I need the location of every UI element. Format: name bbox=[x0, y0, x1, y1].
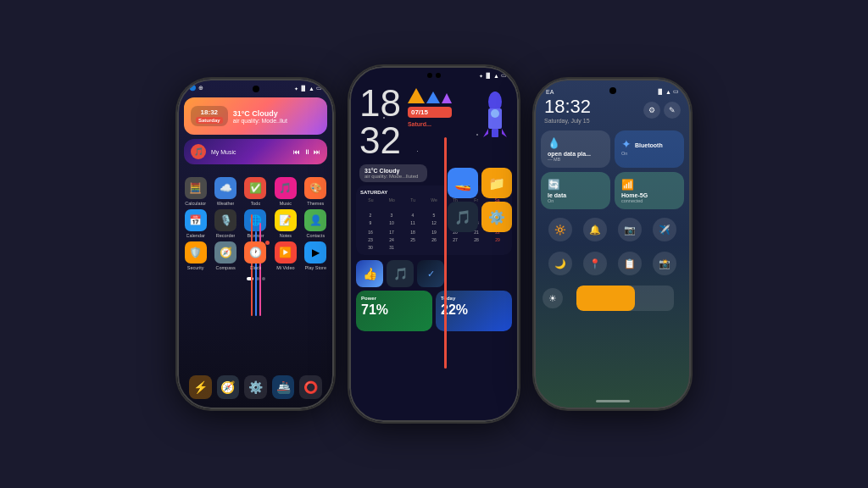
app-todo[interactable]: ✅ Todo bbox=[242, 177, 269, 206]
music-icon: 🎵 bbox=[191, 144, 206, 159]
app-weather[interactable]: ☁️ Weather bbox=[212, 177, 238, 206]
brightness-left-btn[interactable]: ☀ bbox=[542, 288, 563, 308]
app-compass[interactable]: 🧭 Compass bbox=[212, 241, 238, 270]
calculator-label: Calculator bbox=[185, 201, 206, 206]
app-themes[interactable]: 🎨 Themes bbox=[303, 177, 329, 206]
next-icon[interactable]: ⏭ bbox=[314, 148, 320, 156]
app-check[interactable]: ✓ bbox=[417, 260, 444, 287]
music-widget-p1[interactable]: 🎵 My Music ⏮ ⏸ ⏭ bbox=[184, 139, 327, 164]
app-icon-p2-3[interactable]: 🎵 bbox=[448, 202, 478, 232]
status-icons-p1: ✦ ▐▌ ▲ ▭ bbox=[294, 85, 322, 92]
camera-hole-p2 bbox=[427, 73, 441, 78]
bluetooth-icon-p1: ✦ bbox=[294, 86, 298, 92]
phone-3: EA ▐▌ ▲ ▭ 18:32 Saturday, July 15 ⚙ ✎ bbox=[534, 79, 691, 409]
play-icon[interactable]: ⏸ bbox=[303, 148, 310, 156]
clock-right: 07/15 Saturd... bbox=[408, 88, 452, 127]
dock-settings[interactable]: ⚙️ bbox=[244, 375, 267, 399]
app-row-1: 🚤 📁 bbox=[448, 168, 512, 198]
today-value: 22% bbox=[441, 302, 507, 318]
cc-icons-row2: 🌙 📍 📋 📸 bbox=[534, 247, 691, 280]
cc-btn-alarm[interactable]: 🔔 bbox=[583, 218, 607, 241]
cal-12: 12 bbox=[424, 219, 444, 228]
power-widget[interactable]: Power 71% bbox=[356, 291, 432, 331]
cc-btn-airplane[interactable]: ✈️ bbox=[653, 218, 676, 241]
bottom-dock-p1: ⚡ 🧭 ⚙️ 🚢 ⭕ bbox=[177, 375, 334, 399]
weather-clock: 18:32 Saturday bbox=[191, 106, 228, 126]
bluetooth-tile-sub: On bbox=[621, 151, 677, 156]
app-clock[interactable]: 🕐 Clock bbox=[242, 241, 269, 270]
phone-2: ✦ ▐▌ ▲ ▭ 1832 07/15 Saturd... bbox=[349, 66, 519, 422]
app-icon-p2-4[interactable]: ⚙️ bbox=[481, 202, 512, 232]
triangle-purple bbox=[442, 93, 452, 103]
small-widgets-p2: Power 71% Today 22% bbox=[349, 291, 519, 331]
app-mivideo[interactable]: ▶️ Mi Video bbox=[272, 241, 298, 270]
mobile-tile-sub: On bbox=[548, 198, 604, 203]
cc-btn-nfc[interactable]: 📋 bbox=[618, 252, 642, 275]
star-2 bbox=[476, 134, 478, 136]
home-indicator-p3[interactable] bbox=[596, 400, 630, 402]
temp-display: 31°C Cloudy bbox=[233, 109, 287, 118]
power-value: 71% bbox=[361, 302, 427, 318]
dock-compass[interactable]: 🧭 bbox=[217, 375, 240, 399]
music-app-icon: 🎵 bbox=[275, 177, 297, 199]
cc-btn-brightness[interactable]: 🔆 bbox=[548, 218, 572, 241]
day-tu: Tu bbox=[403, 197, 424, 202]
dock-files[interactable]: 🚢 bbox=[272, 375, 295, 399]
status-icons-p3: ▐▌ ▲ ▭ bbox=[657, 88, 679, 95]
cc-btn-location[interactable]: 📍 bbox=[583, 252, 607, 275]
wifi-tile-sub: connected bbox=[621, 198, 677, 203]
mobile-tile-label: le data bbox=[548, 192, 604, 198]
cc-tile-wifi[interactable]: 📶 Home-5G connected bbox=[615, 172, 684, 209]
cc-edit-btn[interactable]: ✎ bbox=[664, 102, 681, 119]
app-calendar[interactable]: 📅 Calendar bbox=[182, 209, 209, 238]
cal-28: 28 bbox=[466, 236, 487, 243]
app-music[interactable]: 🎵 Music bbox=[272, 177, 298, 206]
calendar-icon: 📅 bbox=[185, 209, 207, 231]
cc-tile-mobile[interactable]: 🔄 le data On bbox=[541, 172, 610, 209]
app-calculator[interactable]: 🧮 Calculator bbox=[182, 177, 209, 206]
triangles-decoration bbox=[408, 88, 452, 103]
mivideo-label: Mi Video bbox=[276, 265, 294, 270]
cc-date: Saturday, July 15 bbox=[544, 118, 591, 124]
dock-security[interactable]: ⚡ bbox=[189, 375, 212, 399]
weather-widget-p1[interactable]: 18:32 Saturday 31°C Cloudy air quality: … bbox=[184, 97, 327, 135]
weather-info: 31°C Cloudy air quality: Mode..llut bbox=[233, 109, 287, 124]
day-badge: Saturday bbox=[196, 117, 223, 124]
music-controls: ⏮ ⏸ ⏭ bbox=[293, 148, 320, 156]
cc-btn-dnd[interactable]: 🌙 bbox=[548, 252, 572, 275]
playstore-label: Play Store bbox=[305, 265, 326, 270]
clock-label: Clock bbox=[250, 265, 262, 270]
dock-app5[interactable]: ⭕ bbox=[299, 375, 322, 399]
prev-icon[interactable]: ⏮ bbox=[293, 148, 300, 156]
app-icon-p2-2[interactable]: 📁 bbox=[481, 168, 512, 198]
star-1 bbox=[383, 117, 385, 119]
app-recorder[interactable]: 🎙️ Recorder bbox=[212, 209, 238, 238]
battery-icon-p1: ▭ bbox=[316, 85, 322, 92]
cc-tile-data[interactable]: 💧 open data pla... — MB bbox=[541, 130, 610, 168]
cc-tile-bluetooth[interactable]: ✦ Bluetooth On bbox=[615, 130, 684, 168]
app-notes[interactable]: 📝 Notes bbox=[272, 209, 298, 238]
themes-icon: 🎨 bbox=[304, 177, 326, 199]
cal-19: 19 bbox=[424, 229, 444, 236]
cc-settings-btn[interactable]: ⚙ bbox=[643, 102, 660, 119]
cal-5: 5 bbox=[424, 212, 444, 219]
brightness-slider[interactable] bbox=[576, 286, 674, 311]
app-thumb[interactable]: 👍 bbox=[356, 260, 383, 287]
themes-label: Themes bbox=[307, 201, 324, 206]
brightness-row: ☀ bbox=[534, 280, 691, 316]
cal-empty1 bbox=[360, 204, 381, 211]
app-security[interactable]: 🛡️ Security bbox=[182, 241, 209, 270]
app-playstore[interactable]: ▶ Play Store bbox=[303, 241, 329, 270]
app-bose[interactable]: 🎵 bbox=[387, 260, 414, 287]
app-icon-p2-1[interactable]: 🚤 bbox=[448, 168, 478, 198]
bottom-app-row: 👍 🎵 ✓ bbox=[349, 258, 519, 289]
today-widget[interactable]: Today 22% bbox=[436, 291, 512, 331]
cc-btn-screen-record[interactable]: 📷 bbox=[618, 218, 642, 241]
svg-point-2 bbox=[491, 109, 499, 118]
status-icons-p2: ✦ ▐▌ ▲ ▭ bbox=[479, 72, 507, 79]
day-we: We bbox=[424, 197, 445, 202]
signal-icon-p1: ▐▌ bbox=[300, 86, 308, 91]
cc-btn-screenshot[interactable]: 📸 bbox=[653, 252, 676, 275]
phone-3-screen: EA ▐▌ ▲ ▭ 18:32 Saturday, July 15 ⚙ ✎ bbox=[534, 79, 691, 409]
app-contacts[interactable]: 👤 Contacts bbox=[303, 209, 329, 238]
